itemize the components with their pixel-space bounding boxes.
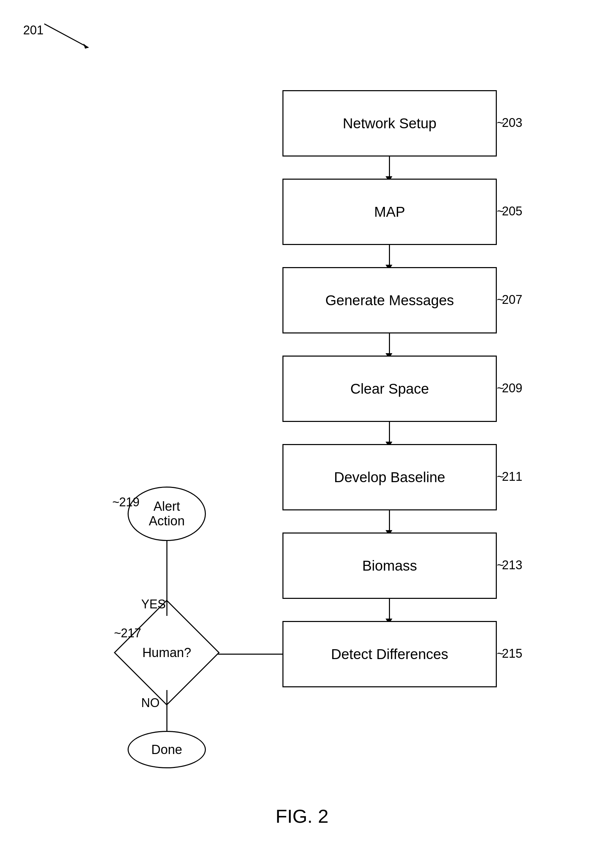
conn-1 xyxy=(389,157,390,179)
ref-217: 217 xyxy=(121,626,141,640)
ref-215: 215 xyxy=(502,646,522,661)
conn-2 xyxy=(389,245,390,267)
ref-203-tilde: ~ xyxy=(497,116,504,130)
map-label: MAP xyxy=(374,204,405,220)
conn-3 xyxy=(389,333,390,356)
ref-201-arrow xyxy=(44,20,99,54)
diagram-container: 201 Network Setup 203 ~ MAP ~ 205 Genera… xyxy=(0,0,604,868)
ref-207: 207 xyxy=(502,293,522,307)
done-oval: Done xyxy=(128,731,206,768)
ref-203: 203 xyxy=(502,116,522,130)
ref-213: 213 xyxy=(502,558,522,572)
yes-label: YES xyxy=(141,597,166,611)
ref-201-label: 201 xyxy=(23,23,43,37)
clear-space-label: Clear Space xyxy=(350,381,429,397)
develop-baseline-label: Develop Baseline xyxy=(334,469,445,485)
figure-label: FIG. 2 xyxy=(0,805,604,827)
done-label: Done xyxy=(152,742,183,757)
ref-205: 205 xyxy=(502,204,522,219)
generate-messages-label: Generate Messages xyxy=(325,292,454,308)
ref-209: 209 xyxy=(502,381,522,395)
ref-217-tilde: ~ xyxy=(114,626,121,640)
clear-space-box: Clear Space xyxy=(282,356,497,422)
detect-differences-box: Detect Differences xyxy=(282,621,497,687)
ref-219: 219 xyxy=(119,495,139,509)
alert-action-oval: Alert Action xyxy=(128,487,206,541)
conn-4 xyxy=(389,422,390,444)
conn-5 xyxy=(389,510,390,533)
conn-6 xyxy=(389,599,390,621)
map-box: MAP xyxy=(282,179,497,245)
develop-baseline-box: Develop Baseline xyxy=(282,444,497,510)
biomass-box: Biomass xyxy=(282,533,497,599)
generate-messages-box: Generate Messages xyxy=(282,267,497,333)
no-label: NO xyxy=(141,696,160,710)
ref-211: 211 xyxy=(502,470,522,484)
svg-line-0 xyxy=(44,24,88,48)
conn-no xyxy=(166,690,167,731)
alert-action-label: Alert Action xyxy=(149,499,185,529)
svg-marker-1 xyxy=(84,43,88,49)
network-setup-label: Network Setup xyxy=(343,115,436,132)
network-setup-box: Network Setup xyxy=(282,90,497,157)
detect-differences-label: Detect Differences xyxy=(331,646,449,662)
ref-219-tilde: ~ xyxy=(112,495,119,509)
biomass-label: Biomass xyxy=(362,558,417,574)
